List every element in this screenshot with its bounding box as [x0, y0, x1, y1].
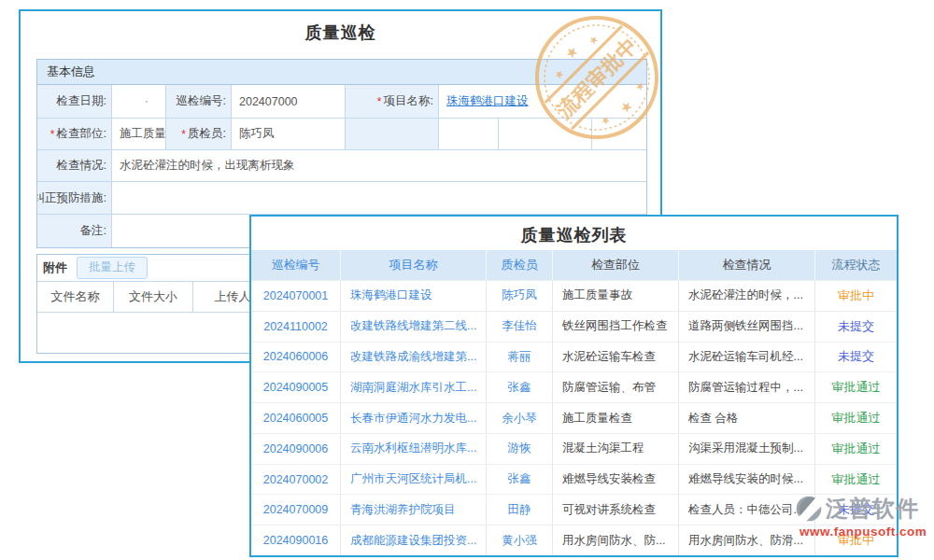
vendor-logo-text: 泛普软件 — [826, 494, 919, 524]
empty-cell — [592, 119, 646, 150]
table-row[interactable]: 2024070001 珠海鹤港口建设 陈巧凤 施工质量事故 水泥砼灌注的时候，.… — [251, 280, 897, 311]
cell-check-location: 水泥砼运输车检查 — [553, 343, 679, 372]
date-placeholder-dot — [146, 101, 148, 103]
col-header-inspect-no: 巡检编号 — [251, 250, 341, 280]
cell-inspector: 黄小强 — [487, 525, 553, 555]
check-date-label: 检查日期: — [37, 85, 112, 119]
cell-check-location: 难燃导线安装检查 — [553, 465, 679, 495]
cell-project-name: 湖南洞庭湖水库引水工... — [341, 372, 487, 402]
cell-check-location: 防腐管运输、布管 — [553, 372, 679, 402]
cell-status: 审批通过 — [815, 403, 897, 433]
cell-project-name: 广州市天河区统计局机... — [341, 465, 487, 495]
cell-check-situation: 难燃导线安装的时候... — [679, 465, 815, 495]
cell-inspect-no: 2024090005 — [251, 372, 341, 402]
table-row[interactable]: 2024060006 改建铁路成渝线增建第... 蒋丽 水泥砼运输车检查 水泥砼… — [251, 342, 897, 372]
check-location-label: *检查部位: — [37, 119, 112, 150]
cell-inspect-no: 2024060005 — [251, 403, 341, 433]
cell-inspect-no: 2024070001 — [251, 281, 341, 311]
check-date-field[interactable] — [112, 85, 166, 119]
required-asterisk: * — [50, 128, 55, 141]
inspection-table-header: 巡检编号 项目名称 质检员 检查部位 检查情况 流程状态 — [251, 250, 897, 280]
col-header-status: 流程状态 — [815, 250, 897, 280]
vendor-logo-url: www.fanpusoft.com — [800, 525, 927, 539]
cell-check-situation: 水泥砼灌注的时候，... — [679, 281, 815, 311]
vendor-logo-icon — [794, 494, 824, 524]
cell-inspector: 李佳怡 — [487, 312, 553, 342]
table-row[interactable]: 2024110002 改建铁路线增建第二线... 李佳怡 铁丝网围挡工作检查 道… — [251, 311, 897, 342]
cell-inspector: 余小琴 — [487, 403, 553, 433]
cell-status: 未提交 — [815, 343, 897, 372]
attachment-label: 附件 — [43, 259, 67, 276]
cell-check-location: 用水房间防水、防... — [553, 525, 679, 555]
table-row[interactable]: 2024070002 广州市天河区统计局机... 张鑫 难燃导线安装检查 难燃导… — [251, 464, 897, 495]
form-row-4: 纠正预防措施: — [37, 182, 646, 215]
cell-status: 审批通过 — [815, 434, 897, 464]
cell-project-name: 成都能源建设集团投资... — [341, 525, 487, 555]
cell-check-situation: 检查 合格 — [679, 403, 815, 433]
check-location-field: 施工质量事 — [112, 119, 166, 150]
col-header-location: 检查部位 — [553, 250, 679, 280]
cell-project-name: 改建铁路成渝线增建第... — [341, 343, 487, 372]
cell-check-situation: 道路两侧铁丝网围挡... — [679, 312, 815, 342]
empty-cell — [499, 119, 592, 150]
inspector-label: *质检员: — [166, 119, 232, 150]
project-name-label: *项目名称: — [346, 85, 439, 119]
check-situation-field: 水泥砼灌注的时候，出现离析现象 — [112, 150, 646, 182]
cell-inspect-no: 2024110002 — [251, 312, 341, 342]
cell-inspect-no: 2024090016 — [251, 525, 341, 555]
empty-cell — [439, 119, 499, 150]
cell-inspector: 陈巧凤 — [487, 281, 553, 311]
table-row[interactable]: 2024060005 长春市伊通河水力发电... 余小琴 施工质量检查 检查 合… — [251, 402, 897, 433]
required-asterisk: * — [377, 95, 382, 108]
empty-label-cell — [346, 119, 439, 150]
col-header-situation: 检查情况 — [679, 250, 815, 280]
batch-upload-button[interactable]: 批量上传 — [77, 257, 148, 279]
cell-inspect-no: 2024070009 — [251, 495, 341, 525]
cell-inspect-no: 2024090006 — [251, 434, 341, 464]
file-size-column-header: 文件大小 — [114, 282, 193, 312]
project-link[interactable]: 珠海鹤港口建设 — [446, 93, 529, 109]
file-name-column-header: 文件名称 — [37, 282, 114, 312]
section-header-basic-info: 基本信息 — [37, 60, 646, 85]
cell-check-situation: 防腐管运输过程中，... — [679, 372, 815, 402]
cell-status: 未提交 — [815, 312, 897, 342]
cell-inspector: 田静 — [487, 495, 553, 525]
cell-check-location: 可视对讲系统检查 — [553, 495, 679, 525]
inspect-no-label: 巡检编号: — [166, 85, 232, 119]
cell-check-situation: 沟渠采用混凝土预制... — [679, 434, 815, 464]
cell-inspector: 张鑫 — [487, 372, 553, 402]
form-row-1: 检查日期: 巡检编号: 202407000 *项目名称: 珠海鹤港口建设 — [37, 85, 646, 119]
form-row-3: 检查情况: 水泥砼灌注的时候，出现离析现象 — [37, 150, 646, 182]
cell-status: 审批通过 — [815, 465, 897, 495]
cell-inspect-no: 2024070002 — [251, 465, 341, 495]
cell-status: 审批中 — [815, 281, 897, 311]
cell-check-situation: 水泥砼运输车司机经... — [679, 343, 815, 372]
cell-project-name: 青海洪湖养护院项目 — [341, 495, 487, 525]
form-row-2: *检查部位: 施工质量事 *质检员: 陈巧凤 — [37, 119, 646, 150]
cell-inspector: 蒋丽 — [487, 343, 553, 372]
cell-project-name: 改建铁路线增建第二线... — [341, 312, 487, 342]
cell-project-name: 长春市伊通河水力发电... — [341, 403, 487, 433]
table-row[interactable]: 2024090006 云南水利枢纽潜明水库... 游恢 混凝土沟渠工程 沟渠采用… — [251, 433, 897, 464]
cell-project-name: 珠海鹤港口建设 — [341, 281, 487, 311]
cell-inspector: 游恢 — [487, 434, 553, 464]
check-situation-label: 检查情况: — [37, 150, 112, 182]
required-asterisk: * — [181, 128, 186, 141]
list-title: 质量巡检列表 — [251, 224, 897, 246]
inspect-no-field: 202407000 — [232, 85, 346, 119]
cell-status: 审批通过 — [815, 372, 897, 402]
measures-label: 纠正预防措施: — [37, 182, 112, 215]
cell-inspect-no: 2024060006 — [251, 343, 341, 372]
cell-inspector: 张鑫 — [487, 465, 553, 495]
table-row[interactable]: 2024090005 湖南洞庭湖水库引水工... 张鑫 防腐管运输、布管 防腐管… — [251, 371, 897, 402]
project-name-field: 珠海鹤港口建设 — [439, 85, 646, 119]
cell-check-location: 施工质量检查 — [553, 403, 679, 433]
col-header-project: 项目名称 — [341, 250, 487, 280]
col-header-inspector: 质检员 — [487, 250, 553, 280]
remark-label: 备注: — [37, 215, 112, 247]
form-title: 质量巡检 — [21, 21, 660, 44]
cell-check-location: 施工质量事故 — [553, 281, 679, 311]
measures-field[interactable] — [112, 182, 646, 215]
vendor-logo: 泛普软件 www.fanpusoft.com — [794, 494, 927, 539]
cell-check-location: 铁丝网围挡工作检查 — [553, 312, 679, 342]
